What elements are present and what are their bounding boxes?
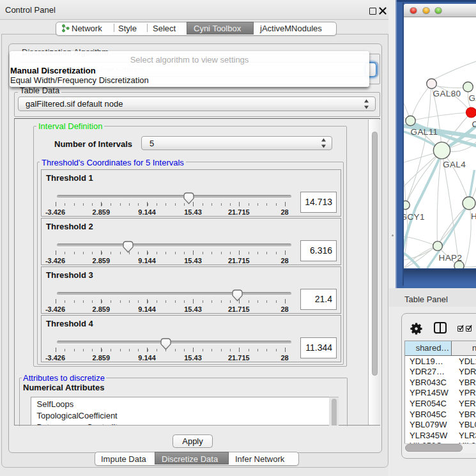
svg-text:H: H: [471, 211, 476, 221]
svg-text:C: C: [472, 119, 476, 129]
svg-text:GAL80: GAL80: [433, 89, 461, 98]
svg-text:GAL11: GAL11: [410, 127, 438, 137]
svg-text:GA: GA: [468, 93, 476, 103]
svg-text:GCY1: GCY1: [404, 212, 425, 222]
svg-text:HAP2: HAP2: [438, 253, 462, 263]
svg-text:GAL4: GAL4: [443, 160, 466, 169]
